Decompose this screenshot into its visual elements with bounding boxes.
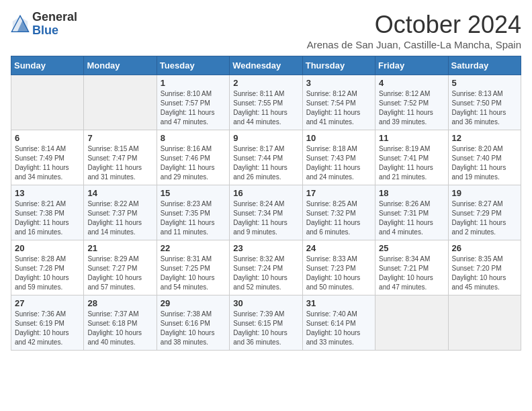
calendar-cell: 11Sunrise: 8:19 AM Sunset: 7:41 PM Dayli… bbox=[375, 130, 448, 185]
day-number: 15 bbox=[161, 188, 226, 198]
calendar-cell: 5Sunrise: 8:13 AM Sunset: 7:50 PM Daylig… bbox=[448, 75, 521, 130]
calendar-cell: 9Sunrise: 8:17 AM Sunset: 7:44 PM Daylig… bbox=[230, 130, 302, 185]
calendar-cell bbox=[375, 295, 448, 351]
day-info: Sunrise: 8:27 AM Sunset: 7:29 PM Dayligh… bbox=[452, 199, 517, 237]
calendar-cell: 21Sunrise: 8:29 AM Sunset: 7:27 PM Dayli… bbox=[84, 240, 157, 295]
day-number: 28 bbox=[87, 298, 152, 308]
day-number: 1 bbox=[161, 78, 226, 88]
day-number: 3 bbox=[306, 78, 371, 88]
calendar-table: SundayMondayTuesdayWednesdayThursdayFrid… bbox=[11, 56, 521, 351]
weekday-header-monday: Monday bbox=[84, 56, 157, 75]
calendar-cell bbox=[84, 75, 157, 130]
weekday-header-friday: Friday bbox=[375, 56, 448, 75]
calendar-cell: 17Sunrise: 8:25 AM Sunset: 7:32 PM Dayli… bbox=[302, 185, 375, 240]
day-number: 17 bbox=[306, 188, 371, 198]
day-info: Sunrise: 8:15 AM Sunset: 7:47 PM Dayligh… bbox=[87, 144, 152, 182]
day-number: 10 bbox=[306, 133, 371, 143]
day-number: 29 bbox=[161, 298, 226, 308]
day-number: 30 bbox=[233, 298, 298, 308]
calendar-cell: 1Sunrise: 8:10 AM Sunset: 7:57 PM Daylig… bbox=[157, 75, 229, 130]
calendar-week-1: 1Sunrise: 8:10 AM Sunset: 7:57 PM Daylig… bbox=[11, 75, 521, 130]
day-info: Sunrise: 8:19 AM Sunset: 7:41 PM Dayligh… bbox=[379, 144, 444, 182]
weekday-header-tuesday: Tuesday bbox=[157, 56, 229, 75]
calendar-cell: 31Sunrise: 7:40 AM Sunset: 6:14 PM Dayli… bbox=[302, 295, 375, 351]
calendar-cell: 30Sunrise: 7:39 AM Sunset: 6:15 PM Dayli… bbox=[230, 295, 302, 351]
day-number: 4 bbox=[379, 78, 444, 88]
day-info: Sunrise: 8:17 AM Sunset: 7:44 PM Dayligh… bbox=[233, 144, 298, 182]
logo: General Blue bbox=[11, 11, 77, 38]
calendar-cell bbox=[11, 75, 84, 130]
day-info: Sunrise: 8:21 AM Sunset: 7:38 PM Dayligh… bbox=[15, 199, 80, 237]
day-number: 22 bbox=[161, 243, 226, 253]
day-info: Sunrise: 8:12 AM Sunset: 7:52 PM Dayligh… bbox=[379, 89, 444, 127]
day-info: Sunrise: 8:22 AM Sunset: 7:37 PM Dayligh… bbox=[87, 199, 152, 237]
day-number: 8 bbox=[161, 133, 226, 143]
day-number: 18 bbox=[379, 188, 444, 198]
day-info: Sunrise: 8:11 AM Sunset: 7:55 PM Dayligh… bbox=[233, 89, 298, 127]
day-info: Sunrise: 8:34 AM Sunset: 7:21 PM Dayligh… bbox=[379, 255, 444, 292]
day-info: Sunrise: 8:26 AM Sunset: 7:31 PM Dayligh… bbox=[379, 199, 444, 237]
page-header: General Blue October 2024 Arenas de San … bbox=[11, 11, 521, 50]
calendar-cell bbox=[448, 295, 521, 351]
day-info: Sunrise: 8:29 AM Sunset: 7:27 PM Dayligh… bbox=[87, 255, 152, 292]
day-number: 14 bbox=[87, 188, 152, 198]
day-info: Sunrise: 8:18 AM Sunset: 7:43 PM Dayligh… bbox=[306, 144, 371, 182]
logo-blue: Blue bbox=[32, 24, 77, 38]
day-number: 20 bbox=[15, 243, 80, 253]
calendar-cell: 18Sunrise: 8:26 AM Sunset: 7:31 PM Dayli… bbox=[375, 185, 448, 240]
calendar-week-2: 6Sunrise: 8:14 AM Sunset: 7:49 PM Daylig… bbox=[11, 130, 521, 185]
weekday-header-row: SundayMondayTuesdayWednesdayThursdayFrid… bbox=[11, 56, 521, 75]
day-number: 21 bbox=[87, 243, 152, 253]
day-info: Sunrise: 8:24 AM Sunset: 7:34 PM Dayligh… bbox=[233, 199, 298, 237]
calendar-cell: 2Sunrise: 8:11 AM Sunset: 7:55 PM Daylig… bbox=[230, 75, 302, 130]
calendar-cell: 15Sunrise: 8:23 AM Sunset: 7:35 PM Dayli… bbox=[157, 185, 229, 240]
day-info: Sunrise: 8:23 AM Sunset: 7:35 PM Dayligh… bbox=[161, 199, 226, 237]
day-number: 6 bbox=[15, 133, 80, 143]
day-number: 25 bbox=[379, 243, 444, 253]
day-number: 16 bbox=[233, 188, 298, 198]
calendar-cell: 3Sunrise: 8:12 AM Sunset: 7:54 PM Daylig… bbox=[302, 75, 375, 130]
day-number: 26 bbox=[452, 243, 517, 253]
day-number: 5 bbox=[452, 78, 517, 88]
logo-general: General bbox=[32, 11, 77, 24]
day-number: 13 bbox=[15, 188, 80, 198]
location-subtitle: Arenas de San Juan, Castille-La Mancha, … bbox=[307, 39, 521, 50]
calendar-cell: 16Sunrise: 8:24 AM Sunset: 7:34 PM Dayli… bbox=[230, 185, 302, 240]
day-info: Sunrise: 7:39 AM Sunset: 6:15 PM Dayligh… bbox=[233, 310, 298, 347]
day-info: Sunrise: 7:36 AM Sunset: 6:19 PM Dayligh… bbox=[15, 310, 80, 347]
day-number: 9 bbox=[233, 133, 298, 143]
day-info: Sunrise: 8:14 AM Sunset: 7:49 PM Dayligh… bbox=[15, 144, 80, 182]
weekday-header-saturday: Saturday bbox=[448, 56, 521, 75]
calendar-cell: 19Sunrise: 8:27 AM Sunset: 7:29 PM Dayli… bbox=[448, 185, 521, 240]
calendar-cell: 24Sunrise: 8:33 AM Sunset: 7:23 PM Dayli… bbox=[302, 240, 375, 295]
calendar-cell: 6Sunrise: 8:14 AM Sunset: 7:49 PM Daylig… bbox=[11, 130, 84, 185]
day-number: 11 bbox=[379, 133, 444, 143]
day-info: Sunrise: 8:33 AM Sunset: 7:23 PM Dayligh… bbox=[306, 255, 371, 292]
day-info: Sunrise: 8:35 AM Sunset: 7:20 PM Dayligh… bbox=[452, 255, 517, 292]
calendar-cell: 28Sunrise: 7:37 AM Sunset: 6:18 PM Dayli… bbox=[84, 295, 157, 351]
calendar-cell: 25Sunrise: 8:34 AM Sunset: 7:21 PM Dayli… bbox=[375, 240, 448, 295]
calendar-cell: 29Sunrise: 7:38 AM Sunset: 6:16 PM Dayli… bbox=[157, 295, 229, 351]
logo-text: General Blue bbox=[32, 11, 77, 38]
day-number: 23 bbox=[233, 243, 298, 253]
day-info: Sunrise: 8:16 AM Sunset: 7:46 PM Dayligh… bbox=[161, 144, 226, 182]
weekday-header-thursday: Thursday bbox=[302, 56, 375, 75]
calendar-cell: 8Sunrise: 8:16 AM Sunset: 7:46 PM Daylig… bbox=[157, 130, 229, 185]
calendar-cell: 4Sunrise: 8:12 AM Sunset: 7:52 PM Daylig… bbox=[375, 75, 448, 130]
day-info: Sunrise: 8:25 AM Sunset: 7:32 PM Dayligh… bbox=[306, 199, 371, 237]
title-section: October 2024 Arenas de San Juan, Castill… bbox=[307, 11, 521, 50]
day-number: 24 bbox=[306, 243, 371, 253]
calendar-cell: 14Sunrise: 8:22 AM Sunset: 7:37 PM Dayli… bbox=[84, 185, 157, 240]
day-info: Sunrise: 8:28 AM Sunset: 7:28 PM Dayligh… bbox=[15, 255, 80, 292]
day-info: Sunrise: 7:40 AM Sunset: 6:14 PM Dayligh… bbox=[306, 310, 371, 347]
day-info: Sunrise: 8:13 AM Sunset: 7:50 PM Dayligh… bbox=[452, 89, 517, 127]
calendar-cell: 23Sunrise: 8:32 AM Sunset: 7:24 PM Dayli… bbox=[230, 240, 302, 295]
day-number: 7 bbox=[87, 133, 152, 143]
calendar-cell: 26Sunrise: 8:35 AM Sunset: 7:20 PM Dayli… bbox=[448, 240, 521, 295]
calendar-cell: 12Sunrise: 8:20 AM Sunset: 7:40 PM Dayli… bbox=[448, 130, 521, 185]
day-info: Sunrise: 8:31 AM Sunset: 7:25 PM Dayligh… bbox=[161, 255, 226, 292]
day-info: Sunrise: 8:32 AM Sunset: 7:24 PM Dayligh… bbox=[233, 255, 298, 292]
logo-icon bbox=[11, 15, 30, 34]
month-title: October 2024 bbox=[307, 11, 521, 39]
calendar-week-3: 13Sunrise: 8:21 AM Sunset: 7:38 PM Dayli… bbox=[11, 185, 521, 240]
